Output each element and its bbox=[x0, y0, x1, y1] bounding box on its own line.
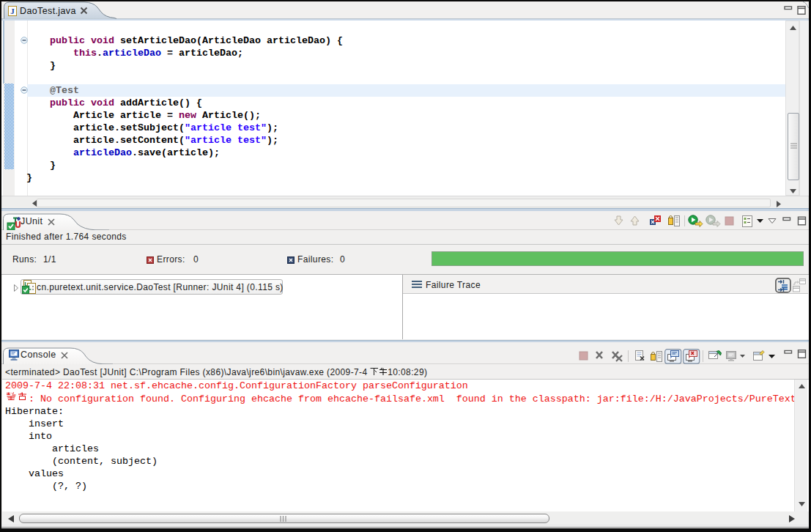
svg-text:J: J bbox=[10, 7, 15, 15]
